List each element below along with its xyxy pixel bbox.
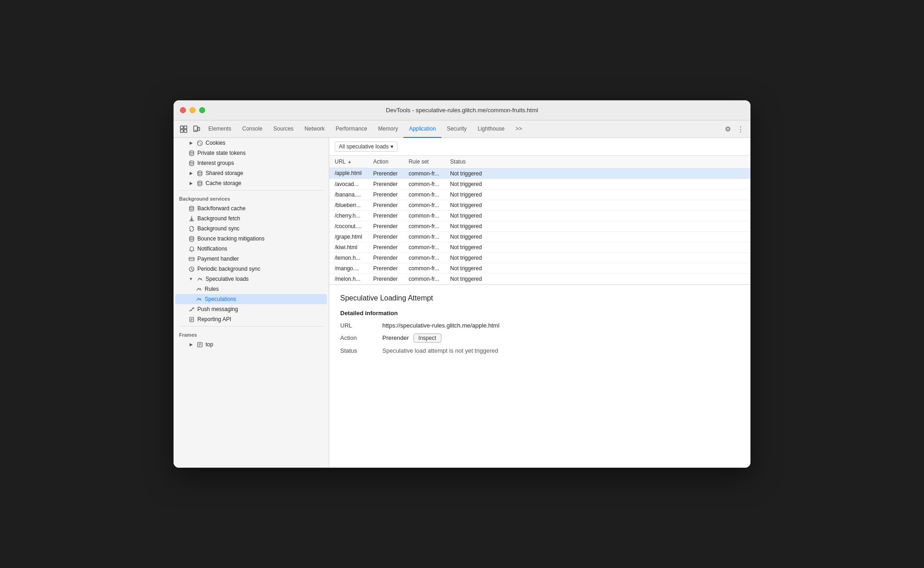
sidebar-item-payment-handler[interactable]: Payment handler (175, 254, 327, 264)
cell-status: Not triggered (445, 273, 750, 284)
tab-more[interactable]: >> (510, 120, 527, 138)
table-row[interactable]: /melon.h... Prerender common-fr... Not t… (329, 273, 750, 284)
sidebar-item-private-state-tokens[interactable]: Private state tokens (175, 148, 327, 158)
sidebar-item-cookies[interactable]: ▶ Cookies (175, 138, 327, 148)
sidebar-item-background-fetch[interactable]: Background fetch (175, 213, 327, 224)
expand-arrow-icon: ▶ (188, 140, 194, 146)
cell-status: Not triggered (445, 263, 750, 273)
database-icon2 (188, 160, 195, 166)
notifications-label: Notifications (197, 246, 227, 252)
cell-action: Prerender (368, 273, 403, 284)
table-container: URL ▲ Action Rule set Status /apple.html… (329, 156, 750, 284)
tab-network[interactable]: Network (299, 120, 330, 138)
filter-label: All speculative loads (339, 143, 389, 150)
tab-security[interactable]: Security (441, 120, 472, 138)
cell-ruleset: common-fr... (403, 189, 445, 200)
svg-rect-5 (198, 127, 200, 131)
cell-action: Prerender (368, 221, 403, 231)
cell-ruleset: common-fr... (403, 210, 445, 221)
tab-application[interactable]: Application (403, 120, 441, 138)
cell-status: Not triggered (445, 231, 750, 242)
inspect-button[interactable]: Inspect (413, 333, 441, 343)
table-row[interactable]: /cherry.h... Prerender common-fr... Not … (329, 210, 750, 221)
detail-title: Speculative Loading Attempt (340, 294, 739, 302)
table-row[interactable]: /banana.... Prerender common-fr... Not t… (329, 189, 750, 200)
device-toolbar-icon[interactable] (190, 123, 203, 136)
database-icon4 (196, 180, 203, 186)
table-row[interactable]: /avocad... Prerender common-fr... Not tr… (329, 179, 750, 189)
sort-arrow-icon: ▲ (348, 159, 352, 164)
sidebar-item-top[interactable]: ▶ top (175, 339, 327, 350)
cell-action: Prerender (368, 252, 403, 263)
speculations-label: Speculations (205, 296, 236, 302)
maximize-button[interactable] (199, 107, 205, 113)
table-row[interactable]: /blueberr... Prerender common-fr... Not … (329, 200, 750, 210)
settings-icon[interactable]: ⚙ (721, 123, 734, 136)
status-label: Status (340, 347, 377, 354)
periodic-background-sync-label: Periodic background sync (197, 266, 260, 272)
more-options-icon[interactable]: ⋮ (734, 123, 747, 136)
cell-action: Prerender (368, 189, 403, 200)
sidebar-item-push-messaging[interactable]: Push messaging (175, 304, 327, 314)
expand-arrow-shared-icon: ▶ (188, 170, 194, 176)
table-row[interactable]: /apple.html Prerender common-fr... Not t… (329, 168, 750, 179)
reporting-api-label: Reporting API (197, 316, 231, 322)
cell-action: Prerender (368, 242, 403, 252)
window-title: DevTools - speculative-rules.glitch.me/c… (386, 107, 538, 114)
cell-action: Prerender (368, 263, 403, 273)
cell-status: Not triggered (445, 221, 750, 231)
svg-rect-2 (180, 130, 183, 132)
content-panel: All speculative loads ▾ URL ▲ Action (329, 138, 750, 468)
cell-ruleset: common-fr... (403, 252, 445, 263)
inspector-icon[interactable] (177, 123, 190, 136)
sidebar-item-periodic-background-sync[interactable]: Periodic background sync (175, 264, 327, 274)
expand-arrow-cache-icon: ▶ (188, 180, 194, 186)
filter-select[interactable]: All speculative loads ▾ (335, 142, 397, 152)
tab-elements[interactable]: Elements (203, 120, 237, 138)
titlebar: DevTools - speculative-rules.glitch.me/c… (174, 100, 750, 120)
detail-section-title: Detailed information (340, 310, 739, 317)
sidebar-divider2 (179, 326, 323, 327)
action-label: Action (340, 334, 377, 341)
table-row[interactable]: /mango.... Prerender common-fr... Not tr… (329, 263, 750, 273)
sidebar-item-shared-storage[interactable]: ▶ Shared storage (175, 168, 327, 178)
sidebar-item-interest-groups[interactable]: Interest groups (175, 158, 327, 168)
speculative-icon (196, 276, 203, 282)
svg-point-13 (198, 171, 202, 173)
tab-console[interactable]: Console (237, 120, 268, 138)
table-row[interactable]: /coconut.... Prerender common-fr... Not … (329, 221, 750, 231)
cell-url: /coconut.... (329, 221, 368, 231)
svg-point-14 (198, 181, 202, 183)
frame-icon (196, 341, 203, 348)
sidebar-item-background-sync[interactable]: Background sync (175, 224, 327, 234)
sidebar-item-speculations[interactable]: Speculations (175, 294, 327, 304)
sidebar-item-cache-storage[interactable]: ▶ Cache storage (175, 178, 327, 188)
tab-memory[interactable]: Memory (373, 120, 403, 138)
tab-sources[interactable]: Sources (268, 120, 299, 138)
sidebar-item-notifications[interactable]: Notifications (175, 244, 327, 254)
cell-ruleset: common-fr... (403, 273, 445, 284)
sidebar-item-bounce-tracking[interactable]: Bounce tracking mitigations (175, 234, 327, 244)
table-header: URL ▲ Action Rule set Status (329, 156, 750, 168)
tab-lighthouse[interactable]: Lighthouse (472, 120, 510, 138)
cell-status: Not triggered (445, 210, 750, 221)
svg-point-16 (190, 236, 194, 238)
database-icon5 (188, 205, 195, 212)
sidebar-item-reporting-api[interactable]: Reporting API (175, 314, 327, 324)
push-messaging-label: Push messaging (197, 306, 238, 312)
table-row[interactable]: /lemon.h... Prerender common-fr... Not t… (329, 252, 750, 263)
close-button[interactable] (180, 107, 186, 113)
tab-performance[interactable]: Performance (330, 120, 373, 138)
sidebar-item-speculative-loads[interactable]: ▼ Speculative loads (175, 274, 327, 284)
filter-dropdown-icon: ▾ (391, 143, 393, 150)
sidebar-item-rules[interactable]: Rules (175, 284, 327, 294)
minimize-button[interactable] (190, 107, 196, 113)
table-row[interactable]: /grape.html Prerender common-fr... Not t… (329, 231, 750, 242)
cookies-label: Cookies (206, 140, 225, 146)
table-row[interactable]: /kiwi.html Prerender common-fr... Not tr… (329, 242, 750, 252)
detail-action-row: Action Prerender Inspect (340, 333, 739, 343)
bell-icon (188, 246, 195, 252)
shared-storage-label: Shared storage (206, 170, 243, 176)
devtools-window: DevTools - speculative-rules.glitch.me/c… (174, 100, 750, 468)
sidebar-item-back-forward-cache[interactable]: Back/forward cache (175, 203, 327, 213)
